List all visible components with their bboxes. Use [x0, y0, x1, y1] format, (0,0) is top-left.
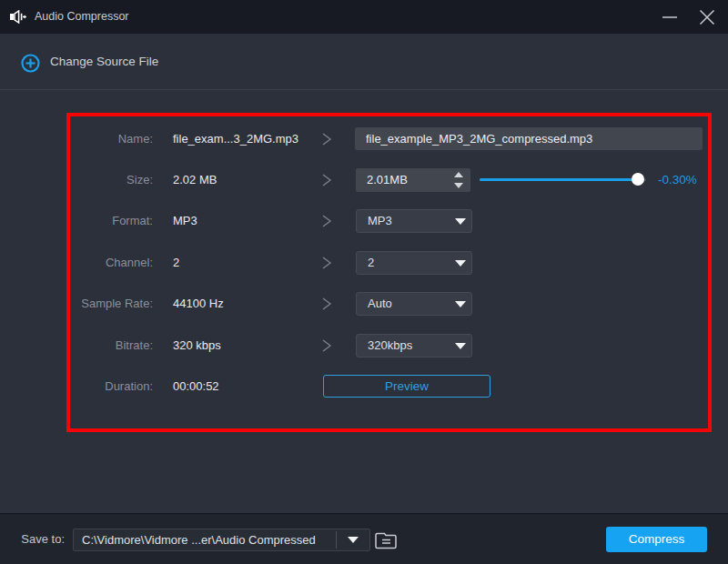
chevron-right-icon [321, 339, 332, 352]
title-bar: Audio Compressor [0, 0, 728, 34]
save-path-value: C:\Vidmore\Vidmore ...er\Audio Compresse… [82, 529, 335, 550]
output-size-spinner[interactable]: 2.01MB [356, 168, 470, 192]
duration-row: Duration: 00:00:52 Preview [0, 375, 728, 398]
sample-rate-source-value: 44100 Hz [173, 292, 224, 316]
dropdown-arrow-icon [348, 537, 359, 543]
channel-dropdown[interactable]: 2 [356, 251, 472, 275]
bitrate-dropdown-value: 320kbps [368, 335, 412, 357]
channel-label: Channel: [0, 251, 153, 275]
format-row: Format: MP3 MP3 [0, 209, 728, 233]
format-dropdown[interactable]: MP3 [356, 209, 472, 233]
output-size-value: 2.01MB [367, 168, 408, 192]
size-slider-knob[interactable] [632, 173, 644, 186]
chevron-right-icon [321, 174, 332, 186]
duration-value: 00:00:52 [173, 375, 219, 398]
browse-folder-button[interactable] [374, 529, 398, 550]
save-path-combobox[interactable]: C:\Vidmore\Vidmore ...er\Audio Compresse… [73, 529, 370, 551]
name-source-value: file_exam...3_2MG.mp3 [173, 127, 298, 151]
bitrate-label: Bitrate: [0, 334, 153, 358]
chevron-right-icon [321, 215, 332, 227]
change-source-file-button[interactable]: Change Source File [50, 34, 158, 90]
compress-button[interactable]: Compress [606, 527, 707, 552]
spin-up-icon[interactable] [454, 172, 463, 177]
name-label: Name: [0, 127, 153, 151]
name-row: Name: file_exam...3_2MG.mp3 [0, 127, 728, 151]
sample-rate-row: Sample Rate: 44100 Hz Auto [0, 292, 728, 316]
sample-rate-dropdown-value: Auto [368, 293, 392, 315]
size-slider-fill [480, 178, 638, 181]
add-file-icon [21, 54, 40, 73]
channel-dropdown-value: 2 [368, 252, 374, 274]
format-source-value: MP3 [173, 209, 197, 233]
dropdown-arrow-icon [455, 301, 466, 307]
size-row: Size: 2.02 MB 2.01MB -0.30% [0, 168, 728, 192]
bitrate-source-value: 320 kbps [173, 334, 221, 358]
minimize-button[interactable] [652, 0, 688, 34]
sample-rate-label: Sample Rate: [0, 292, 153, 316]
dropdown-arrow-icon [455, 343, 466, 349]
size-slider-track[interactable] [480, 178, 646, 181]
preview-button[interactable]: Preview [323, 375, 490, 398]
channel-row: Channel: 2 2 [0, 251, 728, 275]
duration-label: Duration: [0, 375, 153, 398]
save-path-dropdown-button[interactable] [337, 529, 369, 550]
size-source-value: 2.02 MB [173, 168, 217, 192]
spinner-arrows [453, 172, 464, 188]
channel-source-value: 2 [173, 251, 179, 275]
chevron-right-icon [321, 133, 332, 146]
dropdown-arrow-icon [455, 218, 466, 225]
format-label: Format: [0, 209, 153, 233]
output-name-input[interactable] [355, 127, 703, 150]
format-dropdown-value: MP3 [368, 210, 392, 232]
window-title: Audio Compressor [35, 0, 129, 34]
spin-down-icon[interactable] [454, 183, 463, 188]
bitrate-row: Bitrate: 320 kbps 320kbps [0, 334, 728, 358]
bottom-bar: Save to: C:\Vidmore\Vidmore ...er\Audio … [0, 513, 728, 564]
size-label: Size: [0, 168, 153, 192]
bitrate-dropdown[interactable]: 320kbps [356, 334, 472, 358]
audio-compressor-window: Audio Compressor Change Source File Name… [0, 0, 728, 564]
sample-rate-dropdown[interactable]: Auto [356, 292, 472, 316]
speaker-icon [10, 10, 26, 24]
chevron-right-icon [321, 297, 332, 310]
chevron-right-icon [321, 257, 332, 269]
dropdown-arrow-icon [455, 260, 466, 267]
close-button[interactable] [685, 0, 728, 34]
size-change-percent: -0.30% [658, 168, 697, 192]
save-to-label: Save to: [0, 514, 65, 564]
